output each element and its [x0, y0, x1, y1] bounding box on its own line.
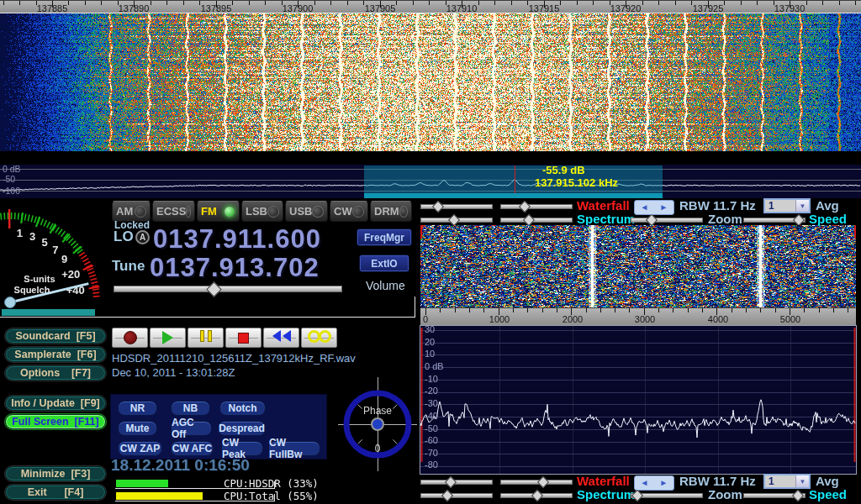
cw-afc-button[interactable]: CW AFC — [171, 441, 214, 456]
tune-frequency-display[interactable]: 0137.913.702 — [150, 255, 320, 281]
lo-frequency-display[interactable]: 0137.911.600 — [153, 226, 321, 252]
rbw-decrease-button[interactable]: ◄ — [641, 203, 649, 212]
rbw-spinner-2: ◄ ► — [634, 475, 674, 491]
mode-button-cw[interactable]: CW — [330, 201, 368, 222]
zoom-slider-thumb[interactable] — [646, 214, 658, 226]
waterfall-brightness-slider-2[interactable] — [420, 480, 493, 485]
avg-value: 1 — [765, 200, 795, 212]
zoom-slider-2[interactable] — [631, 493, 703, 498]
loop-button[interactable] — [301, 328, 337, 348]
rewind-icon — [272, 330, 281, 342]
nb-button[interactable]: NB — [171, 401, 210, 416]
avg-dropdown[interactable]: 1 ▼ — [763, 198, 811, 213]
freq-tick-label: 137915 — [529, 4, 560, 13]
af-db-label: -20 — [425, 386, 438, 396]
spectrum-brightness-slider-2[interactable] — [420, 493, 493, 498]
agc-button[interactable]: AGC Off — [171, 421, 212, 436]
slider-thumb[interactable] — [445, 476, 457, 488]
soundcard-button[interactable]: Soundcard [F5] — [5, 328, 106, 344]
mode-label: ECSS — [156, 205, 186, 218]
waterfall-contrast-slider-2[interactable] — [500, 480, 573, 485]
tune-marker-line — [515, 165, 515, 193]
dsp-panel: NR NB Notch Mute AGC Off Despread CW ZAP… — [110, 394, 327, 459]
waterfall-contrast-slider[interactable] — [500, 204, 573, 209]
spectrum-contrast-slider[interactable] — [500, 218, 573, 223]
despread-button[interactable]: Despread — [218, 421, 266, 436]
avg-label: Avg — [816, 199, 839, 213]
slider-thumb[interactable] — [531, 490, 543, 501]
rewind-button[interactable] — [263, 328, 299, 348]
mode-label: LSB — [246, 205, 267, 218]
chevron-down-icon[interactable]: ▼ — [795, 200, 809, 212]
nr-button[interactable]: NR — [118, 401, 157, 416]
db-axis-label: -100 — [3, 186, 20, 196]
af-db-label: -80 — [425, 460, 438, 470]
af-waterfall-display[interactable] — [420, 225, 856, 307]
minimize-button[interactable]: Minimize [F3] — [5, 466, 106, 481]
s-units-label: S-units — [15, 274, 64, 284]
info-update-button[interactable]: Info / Update [F9] — [5, 396, 106, 411]
slider-thumb[interactable] — [519, 201, 531, 213]
volume-slider[interactable] — [114, 286, 342, 292]
speed-slider-thumb[interactable] — [793, 214, 805, 226]
options-button[interactable]: Options [F7] — [5, 365, 106, 381]
mode-label: AM — [116, 205, 133, 218]
stop-button[interactable] — [225, 328, 261, 348]
mode-button-lsb[interactable]: LSB — [241, 201, 283, 222]
avg-dropdown-2[interactable]: 1 ▼ — [763, 474, 811, 489]
volume-label: Volume — [366, 279, 405, 292]
freq-tick-label: 137905 — [365, 4, 396, 13]
speed-slider-thumb[interactable] — [792, 490, 804, 501]
af-db-label: -70 — [425, 449, 438, 458]
phase-scope — [338, 377, 417, 471]
af-db-label: 30 — [425, 325, 435, 334]
cw-fullbw-button[interactable]: CW FullBw — [268, 441, 320, 456]
main-waterfall-display[interactable] — [0, 0, 861, 151]
mode-label: CW — [334, 205, 352, 218]
chevron-down-icon[interactable]: ▼ — [795, 475, 809, 487]
slider-thumb[interactable] — [432, 201, 444, 213]
recording-timestamp: Dec 10, 2011 - 13:01:28Z — [112, 366, 235, 379]
lo-auto-button[interactable]: A — [135, 230, 150, 244]
rbw-increase-button[interactable]: ► — [660, 203, 668, 212]
spectrum-contrast-slider-2[interactable] — [500, 493, 573, 498]
af-spectrum-display[interactable] — [420, 326, 856, 474]
fullscreen-button[interactable]: Full Screen [F11] — [5, 414, 106, 429]
record-button[interactable] — [112, 328, 148, 348]
freqmgr-button[interactable]: FreqMgr — [357, 228, 412, 246]
cw-zap-button[interactable]: CW ZAP — [118, 441, 162, 456]
main-frequency-ruler[interactable]: 137885 137890 137895 137900 137905 13791… — [0, 0, 861, 13]
mode-button-usb[interactable]: USB — [285, 201, 328, 222]
spectrum-brightness-slider[interactable] — [420, 218, 493, 223]
freq-tick-label: 137895 — [201, 4, 232, 13]
extio-button[interactable]: ExtIO — [359, 255, 409, 272]
af-db-label: 10 — [425, 349, 435, 359]
mode-button-drm[interactable]: DRM — [370, 201, 412, 222]
samplerate-button[interactable]: Samplerate [F6] — [5, 347, 106, 362]
mode-button-ecss[interactable]: ECSS — [152, 201, 195, 222]
squelch-level-bar[interactable] — [2, 309, 95, 316]
af-db-label: 0 dB — [425, 362, 444, 371]
slider-thumb[interactable] — [537, 476, 549, 488]
volume-slider-thumb[interactable] — [206, 281, 221, 297]
slider-thumb[interactable] — [448, 214, 460, 226]
rbw-decrease-button[interactable]: ◄ — [641, 479, 649, 487]
freq-tick-label: 137910 — [446, 4, 478, 13]
af-frequency-ruler[interactable]: 0 1000 2000 3000 4000 5000 — [420, 307, 856, 326]
mute-button[interactable]: Mute — [118, 421, 157, 436]
speed-slider-2[interactable] — [743, 493, 806, 498]
pause-button[interactable] — [188, 328, 224, 348]
cw-peak-button[interactable]: CW Peak — [221, 441, 263, 456]
exit-button[interactable]: Exit [F4] — [5, 485, 106, 500]
slider-thumb[interactable] — [441, 490, 453, 501]
notch-button[interactable]: Notch — [219, 401, 266, 416]
rbw-increase-button[interactable]: ► — [660, 479, 668, 487]
speed-slider[interactable] — [743, 218, 806, 223]
slider-thumb[interactable] — [523, 214, 535, 226]
zoom-slider[interactable] — [631, 218, 703, 223]
speed-label: Speed — [809, 213, 847, 226]
local-datetime: 18.12.2011 0:16:50 — [111, 456, 250, 475]
mode-button-fm[interactable]: FM — [197, 201, 240, 222]
waterfall-brightness-slider[interactable] — [420, 204, 493, 209]
play-button[interactable] — [150, 328, 186, 348]
